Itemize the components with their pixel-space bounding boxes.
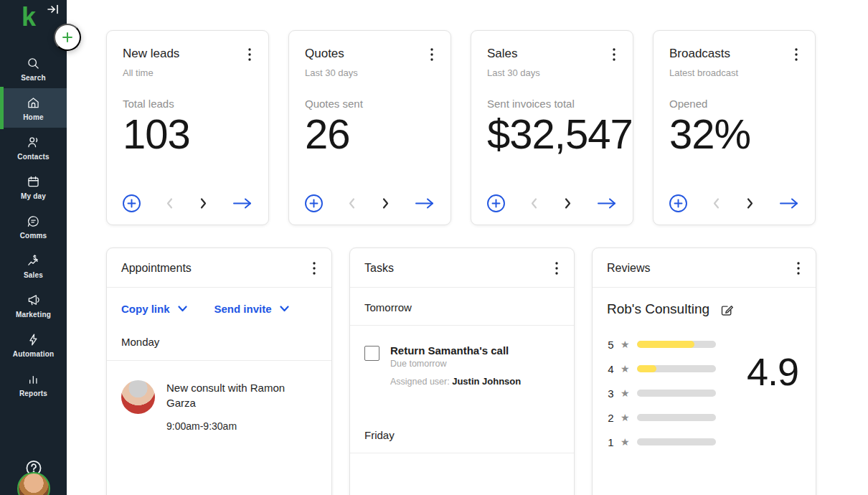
card-subtitle: All time [123, 67, 253, 78]
sidebar-item-label: Home [23, 113, 44, 121]
star-count: 2 [607, 412, 615, 424]
go-to-report-arrow[interactable] [596, 197, 618, 209]
prev-button[interactable] [347, 197, 357, 209]
appointment-item[interactable]: New consult with Ramon Garza 9:00am-9:30… [107, 361, 331, 451]
sidebar-item-label: Reports [19, 390, 47, 397]
task-due-date: Due tomorrow [390, 359, 521, 369]
send-invite-label: Send invite [214, 303, 272, 315]
add-button[interactable] [669, 194, 688, 213]
rating-bar-track [637, 341, 716, 348]
sidebar-item-automation[interactable]: Automation [0, 325, 67, 364]
appointment-time: 9:00am-9:30am [166, 420, 306, 432]
metric-value: 26 [305, 113, 435, 156]
sidebar-item-reports[interactable]: Reports [0, 364, 67, 404]
add-button[interactable] [122, 194, 141, 213]
add-button[interactable] [304, 194, 324, 213]
home-icon [26, 95, 41, 110]
rating-bar-track [637, 438, 716, 446]
star-icon: ★ [621, 436, 630, 448]
kebab-menu-icon[interactable] [311, 260, 317, 276]
rating-row: 1 ★ [607, 430, 801, 454]
task-item[interactable]: Return Samantha's call Due tomorrow Assi… [350, 326, 574, 387]
assigned-user: Justin Johnson [452, 376, 521, 387]
sales-dollar-chart-icon [26, 253, 41, 268]
metric-value: 32% [669, 113, 799, 156]
global-add-button[interactable] [54, 24, 81, 51]
sidebar-item-comms[interactable]: Comms [0, 207, 67, 246]
card-subtitle: Last 30 days [487, 67, 617, 78]
sidebar-item-my-day[interactable]: My day [0, 167, 67, 207]
add-button[interactable] [486, 194, 506, 213]
card-title: Quotes [305, 47, 344, 61]
kebab-menu-icon[interactable] [429, 47, 435, 62]
sidebar-item-sales[interactable]: Sales [0, 246, 67, 286]
sidebar-item-search[interactable]: Search [0, 49, 67, 88]
appointments-card: Appointments Copy link Send invite Monda… [106, 248, 332, 495]
search-icon [26, 56, 41, 71]
bar-chart-icon [26, 372, 41, 387]
appointment-title: New consult with Ramon Garza [166, 380, 306, 410]
go-to-report-arrow[interactable] [414, 197, 435, 209]
metric-label: Quotes sent [305, 98, 435, 110]
star-icon: ★ [621, 363, 630, 374]
prev-button[interactable] [165, 197, 174, 209]
business-name: Rob's Consulting [607, 301, 709, 317]
megaphone-icon [26, 293, 41, 308]
prev-button[interactable] [712, 197, 721, 209]
star-icon: ★ [621, 339, 630, 350]
sidebar-item-label: Automation [13, 350, 55, 358]
next-button[interactable] [199, 197, 208, 209]
edit-icon[interactable] [720, 302, 735, 317]
star-count: 5 [607, 339, 615, 351]
plus-icon [60, 29, 75, 45]
next-button[interactable] [745, 197, 755, 209]
card-subtitle: Latest broadcast [669, 67, 799, 78]
rating-bar-fill [637, 341, 694, 348]
panel-title: Appointments [121, 262, 192, 275]
next-button[interactable] [381, 197, 390, 209]
next-button[interactable] [563, 197, 572, 209]
lightning-icon [26, 332, 41, 347]
sidebar-item-marketing[interactable]: Marketing [0, 286, 67, 325]
sidebar-item-label: Search [21, 74, 46, 82]
kebab-menu-icon[interactable] [793, 47, 799, 62]
sidebar-item-label: Contacts [17, 153, 49, 161]
send-invite-button[interactable]: Send invite [214, 303, 289, 315]
copy-link-button[interactable]: Copy link [121, 303, 187, 315]
sidebar-item-label: Comms [20, 232, 47, 240]
metric-label: Opened [669, 98, 799, 110]
keap-logo[interactable]: k [22, 4, 36, 30]
user-avatar[interactable] [17, 472, 50, 495]
star-count: 3 [607, 387, 615, 400]
rating-bar-track [637, 365, 716, 372]
sidebar-item-contacts[interactable]: Contacts [0, 128, 67, 167]
metric-value: $32,547 [487, 113, 617, 156]
card-title: Broadcasts [669, 47, 730, 61]
contacts-icon [26, 135, 41, 150]
metric-label: Sent invoices total [487, 98, 617, 110]
sidebar-item-home[interactable]: Home [0, 88, 67, 128]
kebab-menu-icon[interactable] [247, 47, 253, 62]
calendar-icon [26, 174, 41, 189]
sidebar-nav: Search Home Contacts My day Comms [0, 49, 67, 404]
kebab-menu-icon[interactable] [554, 260, 560, 276]
metric-label: Total leads [123, 98, 253, 110]
metric-value: 103 [123, 113, 253, 156]
kebab-menu-icon[interactable] [611, 47, 617, 62]
rating-row: 2 ★ [607, 405, 801, 430]
go-to-report-arrow[interactable] [778, 197, 800, 209]
chevron-down-icon [280, 306, 289, 312]
go-to-report-arrow[interactable] [232, 197, 253, 209]
prev-button[interactable] [529, 197, 539, 209]
panel-title: Reviews [607, 262, 650, 275]
assigned-label: Assigned user: [390, 377, 450, 387]
panel-title: Tasks [364, 262, 394, 275]
sidebar-collapse-icon[interactable] [47, 3, 61, 16]
chat-bubble-icon [26, 214, 41, 229]
contact-avatar [121, 380, 155, 414]
sidebar-item-label: Sales [24, 271, 43, 279]
appointments-day-heading: Monday [107, 326, 331, 361]
task-checkbox[interactable] [364, 346, 379, 361]
star-count: 1 [607, 436, 615, 448]
kebab-menu-icon[interactable] [796, 260, 801, 276]
